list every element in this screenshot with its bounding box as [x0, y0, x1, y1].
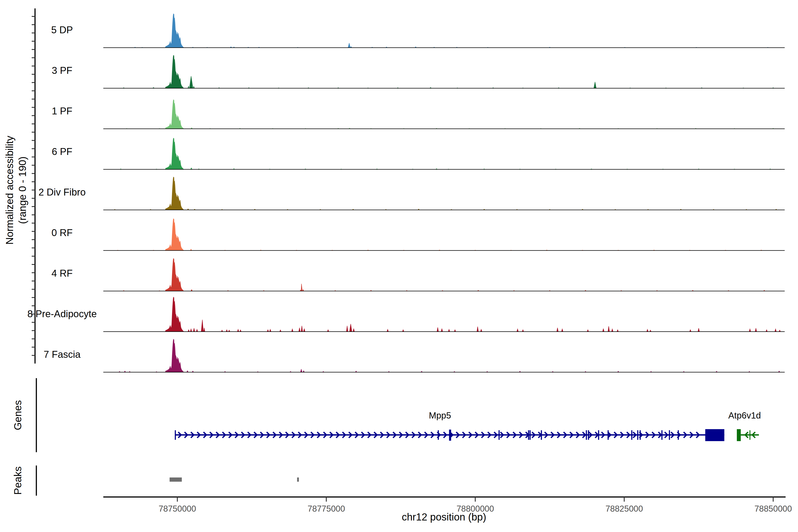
track-label-7-fascia: 7 Fascia	[44, 349, 80, 360]
x-tick-label: 78850000	[754, 504, 792, 514]
track-label-5-dp: 5 DP	[51, 24, 73, 36]
gene-label-atp6v1d: Atp6v1d	[728, 411, 761, 420]
track-label-0-rf: 0 RF	[52, 227, 73, 238]
coverage-area-8-pre-adipocyte	[103, 297, 785, 331]
plot-canvas	[0, 0, 798, 532]
track-label-4-rf: 4 RF	[52, 268, 73, 279]
y-axis-title: Normalized accessibility (range 0 - 190)	[3, 136, 29, 245]
coverage-area-5-dp	[103, 14, 785, 48]
coverage-plot-figure: Normalized accessibility (range 0 - 190)…	[0, 0, 798, 532]
genes-section-label: Genes	[12, 400, 24, 430]
track-label-3-pf: 3 PF	[52, 65, 73, 76]
gene-exon-box-mpp5	[705, 429, 724, 441]
track-label-1-pf: 1 PF	[52, 106, 73, 117]
track-label-8-pre-adipocyte: 8 Pre-Adipocyte	[27, 308, 97, 319]
coverage-area-6-pf	[103, 138, 785, 169]
track-label-6-pf: 6 PF	[52, 146, 73, 157]
coverage-area-3-pf	[103, 55, 785, 88]
coverage-area-4-rf	[103, 258, 785, 291]
x-tick-label: 78825000	[605, 504, 643, 514]
y-axis-title-line1: Normalized accessibility	[3, 136, 16, 245]
coverage-area-7-fascia	[103, 339, 785, 372]
coverage-area-2-div-fibro	[103, 177, 785, 210]
peak-region-box	[170, 477, 182, 482]
gene-exon-box-small	[449, 430, 451, 441]
coverage-area-0-rf	[103, 218, 785, 250]
coverage-area-1-pf	[103, 99, 785, 129]
x-tick-label: 78750000	[158, 504, 196, 514]
y-axis-title-line2: (range 0 - 190)	[16, 136, 29, 245]
x-tick-label: 78775000	[307, 504, 345, 514]
x-tick-label: 78800000	[456, 504, 494, 514]
gene-exon-box-atp6v1d	[737, 429, 741, 441]
gene-label-mpp5: Mpp5	[429, 411, 451, 420]
peak-region-box	[297, 477, 299, 482]
peaks-section-label: Peaks	[12, 467, 24, 495]
track-label-2-div-fibro: 2 Div Fibro	[39, 187, 86, 198]
